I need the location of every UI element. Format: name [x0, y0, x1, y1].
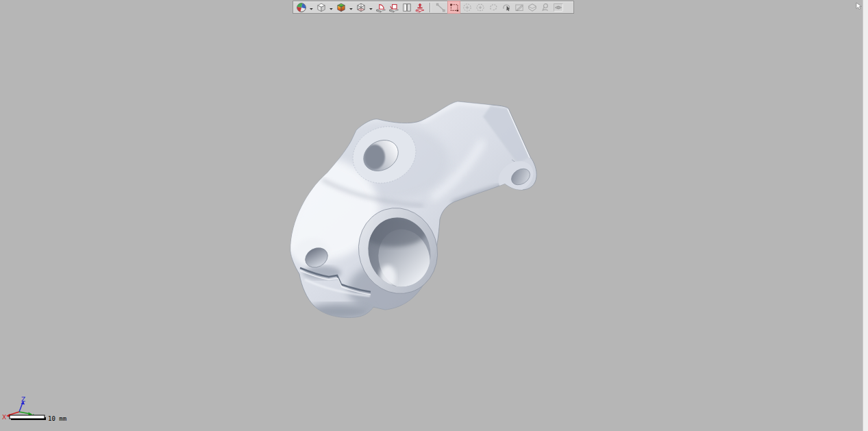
view-toolbar [293, 1, 574, 14]
rectangle-select-icon[interactable] [448, 1, 460, 13]
transparent-cube-view-icon[interactable] [356, 2, 367, 13]
lasso-cursor-select-icon [501, 2, 512, 13]
mouse-cursor [856, 2, 864, 11]
axis-z-label: Z [21, 396, 25, 403]
scale-bar-label: 10 mm [48, 415, 66, 422]
wireframe-cube-view-icon[interactable] [316, 2, 327, 13]
press-arrow-icon[interactable] [414, 2, 425, 13]
split-panes-icon[interactable] [401, 2, 412, 13]
region-fill-select-icon [527, 2, 538, 13]
polygon-select-icon [475, 2, 486, 13]
freehand-select-icon [488, 2, 499, 13]
shaded-sphere-dropdown-icon[interactable] [309, 2, 314, 13]
window-right-edge [863, 0, 868, 431]
cad-application-window: { "window": { "background_color": "#b6b6… [0, 0, 868, 431]
loop-select-icon [540, 2, 551, 13]
part-clamp-bracket[interactable] [262, 101, 539, 321]
paint-select-icon [514, 2, 525, 13]
visibility-eye-icon [553, 2, 564, 13]
section-quarter-icon[interactable] [375, 2, 386, 13]
line-select-icon [435, 2, 446, 13]
axis-z: Z [19, 396, 25, 412]
circle-select-icon [462, 2, 473, 13]
transparent-cube-dropdown-icon[interactable] [369, 2, 373, 13]
3d-viewport[interactable]: Z X Y 10 mm [0, 0, 868, 431]
wireframe-cube-dropdown-icon[interactable] [329, 2, 334, 13]
shaded-material-dropdown-icon[interactable] [349, 2, 354, 13]
section-box-icon[interactable] [388, 2, 399, 13]
shaded-material-cube-icon[interactable] [336, 2, 347, 13]
scale-bar: 10 mm [10, 415, 66, 422]
shaded-sphere-view-icon[interactable] [296, 2, 307, 13]
model-canvas[interactable]: Z X Y 10 mm [0, 0, 868, 431]
axis-x-label: X [2, 414, 6, 421]
toolbar-separator [430, 3, 431, 12]
